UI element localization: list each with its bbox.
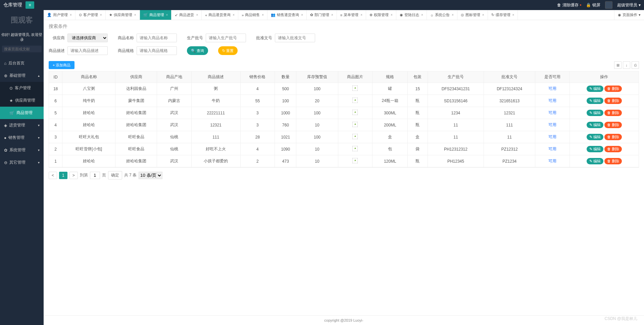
table-cell: 可用	[535, 107, 570, 119]
sidebar-item-6[interactable]: ●销售管理▾	[0, 131, 44, 144]
table-cell: 小孩子都爱的	[191, 155, 240, 167]
page-1-button[interactable]: 1	[59, 172, 67, 179]
tab-11[interactable]: ◉登陆日志×	[396, 10, 427, 20]
available-link[interactable]: 可用	[548, 98, 556, 103]
per-page-select[interactable]: 10 条/页	[139, 172, 162, 179]
tab-14[interactable]: ↻缓存管理×	[488, 10, 518, 20]
tab-icon: 🛒	[143, 13, 148, 17]
tab-2[interactable]: ★供应商管理×	[106, 10, 140, 20]
tab-4[interactable]: ↙商品进货×	[171, 10, 202, 20]
sidebar-item-7[interactable]: ✿系统管理▾	[0, 144, 44, 156]
delete-button[interactable]: 🗑 删除	[604, 158, 622, 164]
table-row: 18八宝粥达利园食品广州粥4500100罐15DFS234341231DF123…	[49, 83, 639, 95]
table-cell: 1234	[428, 107, 484, 119]
close-icon[interactable]: ×	[512, 13, 514, 17]
clear-cache-button[interactable]: 🗑 清除缓存	[557, 2, 581, 8]
close-icon[interactable]: ×	[233, 13, 235, 17]
desc-input[interactable]	[67, 46, 108, 55]
close-icon[interactable]: ×	[166, 13, 168, 17]
tab-label: 图标管理	[465, 12, 480, 17]
delete-button[interactable]: 🗑 删除	[604, 86, 622, 92]
sidebar-item-3[interactable]: ★供应商管理	[0, 94, 44, 107]
sidebar-item-4[interactable]: 🛒商品管理	[0, 107, 44, 119]
supplier-select[interactable]: 请选择供应商	[67, 34, 108, 42]
close-icon[interactable]: ×	[421, 13, 423, 17]
edit-button[interactable]: ✎ 编辑	[587, 110, 603, 116]
delete-button[interactable]: 🗑 删除	[604, 134, 622, 140]
tab-9[interactable]: ≡菜单管理×	[337, 10, 366, 20]
tab-6[interactable]: »商品销售×	[238, 10, 267, 20]
close-icon[interactable]: ×	[452, 13, 454, 17]
edit-button[interactable]: ✎ 编辑	[587, 134, 603, 140]
tab-ops-dropdown[interactable]: ◉ 页面操作 ▾	[614, 10, 644, 20]
available-link[interactable]: 可用	[548, 122, 556, 127]
print-tool-icon[interactable]: ⎙	[632, 61, 639, 69]
spec-input[interactable]	[137, 46, 177, 55]
next-page-button[interactable]: >	[69, 172, 78, 179]
available-link[interactable]: 可用	[548, 110, 556, 115]
close-icon[interactable]: ×	[482, 13, 484, 17]
available-link[interactable]: 可用	[548, 159, 556, 163]
edit-button[interactable]: ✎ 编辑	[587, 158, 603, 164]
tab-3[interactable]: 🛒商品管理×	[140, 10, 172, 20]
avatar[interactable]	[605, 1, 612, 9]
search-button[interactable]: 🔍 查询	[187, 46, 208, 55]
tab-12[interactable]: ☼系统公告×	[427, 10, 457, 20]
table-cell: 可用	[535, 155, 570, 167]
broken-image-icon	[352, 158, 358, 163]
add-product-button[interactable]: + 添加商品	[49, 61, 75, 69]
sidebar-item-8[interactable]: ⊖其它管理▾	[0, 156, 44, 169]
close-icon[interactable]: ×	[134, 13, 136, 17]
table-cell: 纯牛奶	[62, 95, 115, 107]
tab-13[interactable]: ◎图标管理×	[457, 10, 488, 20]
export-tool-icon[interactable]: ↓	[623, 61, 630, 69]
close-icon[interactable]: ×	[360, 13, 362, 17]
table-row: 5娃哈哈娃哈哈集团武汉2222111131000100300ML瓶1234123…	[49, 107, 639, 119]
close-icon[interactable]: ×	[301, 13, 303, 17]
reset-button[interactable]: ↻ 重置	[218, 46, 238, 55]
available-link[interactable]: 可用	[548, 134, 556, 139]
user-dropdown[interactable]: 超级管理员 ▾	[617, 2, 641, 8]
close-icon[interactable]: ×	[196, 13, 198, 17]
table-cell	[338, 107, 373, 119]
menu-toggle-button[interactable]: ≡	[26, 1, 34, 9]
available-link[interactable]: 可用	[548, 86, 556, 91]
edit-button[interactable]: ✎ 编辑	[587, 122, 603, 128]
sidebar-item-2[interactable]: ⊙客户管理	[0, 82, 44, 94]
delete-button[interactable]: 🗑 删除	[604, 122, 622, 128]
page-input[interactable]	[90, 172, 100, 179]
name-input[interactable]	[137, 34, 177, 42]
tab-10[interactable]: ⊕权限管理×	[366, 10, 396, 20]
approval-input[interactable]	[275, 34, 315, 42]
prev-page-button[interactable]: <	[49, 172, 57, 179]
close-icon[interactable]: ×	[391, 13, 393, 17]
filter-tool-icon[interactable]: ⊞	[614, 61, 622, 69]
edit-button[interactable]: ✎ 编辑	[587, 98, 603, 104]
edit-button[interactable]: ✎ 编辑	[587, 146, 603, 152]
tab-5[interactable]: «商品退货查询×	[202, 10, 238, 20]
close-icon[interactable]: ×	[331, 13, 333, 17]
sidebar-item-5[interactable]: ◈进货管理▾	[0, 119, 44, 131]
tabs-bar: 👤用户管理×⊙客户管理×★供应商管理×🛒商品管理×↙商品进货×«商品退货查询×»…	[44, 10, 644, 20]
lock-screen-button[interactable]: 🔒 锁屏	[586, 2, 600, 8]
edit-button[interactable]: ✎ 编辑	[587, 86, 603, 92]
sidebar-search-input[interactable]	[2, 46, 42, 52]
tab-icon: ✿	[310, 13, 313, 17]
close-icon[interactable]: ×	[262, 13, 264, 17]
tab-8[interactable]: ✿部门管理×	[307, 10, 337, 20]
delete-button[interactable]: 🗑 删除	[604, 98, 622, 104]
sidebar-item-0[interactable]: ⌂后台首页	[0, 57, 44, 69]
close-icon[interactable]: ×	[70, 13, 72, 17]
tab-1[interactable]: ⊙客户管理×	[76, 10, 106, 20]
close-icon[interactable]: ×	[100, 13, 102, 17]
available-link[interactable]: 可用	[548, 147, 556, 151]
confirm-page-button[interactable]: 确定	[108, 171, 122, 179]
delete-button[interactable]: 🗑 删除	[604, 110, 622, 116]
tab-7[interactable]: 👥销售退货查询×	[267, 10, 307, 20]
sidebar-item-1[interactable]: ⊕基础管理▴	[0, 69, 44, 82]
broken-image-icon	[352, 122, 358, 127]
tab-0[interactable]: 👤用户管理×	[44, 10, 76, 20]
batch-input[interactable]	[206, 34, 246, 42]
delete-button[interactable]: 🗑 删除	[604, 146, 622, 152]
table-cell: PH12312312	[428, 143, 484, 155]
